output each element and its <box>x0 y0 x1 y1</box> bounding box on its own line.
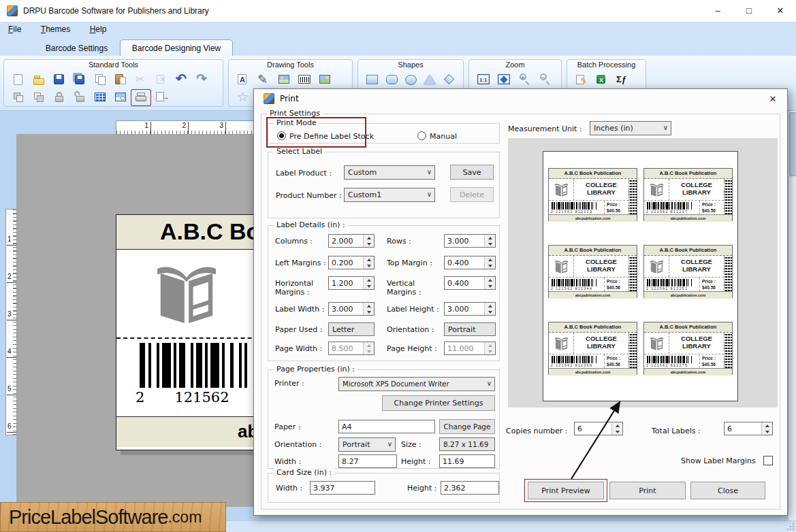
bring-to-front-button[interactable] <box>8 89 29 106</box>
manual-radio[interactable] <box>417 131 426 140</box>
print-preview-button[interactable]: Print Preview <box>528 482 604 499</box>
print-button[interactable]: Print <box>609 482 686 499</box>
copy-button[interactable] <box>90 71 110 88</box>
change-printer-settings-button[interactable]: Change Printer Settings <box>382 395 495 411</box>
columns-spinner[interactable]: 2.000 <box>328 234 375 248</box>
spinner-down-icon[interactable] <box>363 241 374 247</box>
picture-frame-button[interactable] <box>110 89 131 106</box>
vertical-margins-spinner[interactable]: 0.400 <box>444 276 496 290</box>
export-button[interactable] <box>151 89 172 106</box>
spinner-down-icon[interactable] <box>363 263 374 269</box>
star-tool-button[interactable] <box>233 89 253 106</box>
tab-barcode-settings[interactable]: Barcode Settings <box>31 41 123 53</box>
vertical-barcode-icon <box>628 333 637 368</box>
ellipse-shape-button[interactable] <box>401 71 420 88</box>
save-button[interactable] <box>49 71 69 88</box>
diamond-shape-button[interactable] <box>440 71 459 88</box>
spinner-down-icon[interactable] <box>484 309 495 315</box>
redo-button[interactable] <box>192 71 212 88</box>
card-width-input[interactable]: 3.937 <box>310 481 375 495</box>
vertical-scrollbar[interactable] <box>788 111 796 520</box>
paste-button[interactable] <box>110 71 131 88</box>
rows-spinner[interactable]: 3.000 <box>444 234 496 248</box>
page-width-input[interactable]: 8.27 <box>338 454 397 468</box>
total-labels-spinner[interactable]: 6 <box>724 422 773 435</box>
resize-grip-icon[interactable] <box>786 522 795 531</box>
rounded-rect-shape-button[interactable] <box>381 71 400 88</box>
unlock-button[interactable] <box>69 89 90 106</box>
zoom-out-icon <box>537 72 552 87</box>
picture-tool-button[interactable] <box>315 71 335 88</box>
zoom-in-button[interactable] <box>514 71 535 88</box>
barcode-tool-button[interactable] <box>294 71 315 88</box>
spinner-down-icon[interactable] <box>363 309 374 315</box>
send-to-back-button[interactable] <box>29 89 49 106</box>
spinner-down-icon[interactable] <box>484 283 495 289</box>
image-tool-button[interactable] <box>274 71 294 88</box>
save-all-button[interactable] <box>69 71 90 88</box>
undo-button[interactable] <box>172 71 192 88</box>
preview-label: A.B.C Book PublicationCOLLEGELIBRARY2 12… <box>643 168 733 221</box>
book-icon <box>549 179 574 200</box>
left-margins-spinner[interactable]: 0.200 <box>328 256 375 269</box>
ruler-number: 5 <box>7 385 12 393</box>
product-number-select[interactable]: Custom1∨ <box>344 188 435 202</box>
toolbar-group-title: Standard Tools <box>4 61 223 71</box>
close-dialog-button[interactable]: Close <box>690 482 765 499</box>
new-document-button[interactable] <box>8 71 29 88</box>
pencil-tool-button[interactable] <box>253 71 274 88</box>
preview-page: A.B.C Book PublicationCOLLEGELIBRARY2 12… <box>543 151 738 401</box>
spinner-down-icon[interactable] <box>484 263 495 269</box>
print-button[interactable] <box>131 89 151 106</box>
predefine-radio[interactable] <box>277 131 286 140</box>
spinner-down-icon[interactable] <box>611 429 622 435</box>
printer-select[interactable]: Microsoft XPS Document Writer∨ <box>338 377 495 391</box>
page-height-input[interactable]: 11.69 <box>439 454 495 468</box>
change-page-button[interactable]: Change Page <box>439 419 495 434</box>
label-product-select[interactable]: Custom∨ <box>344 165 435 180</box>
formula-sigma-button[interactable] <box>612 71 633 88</box>
top-margin-spinner[interactable]: 0.400 <box>444 256 496 269</box>
page-width-spinner: 8.500 <box>328 342 375 355</box>
open-folder-button[interactable] <box>29 71 49 88</box>
label-width-spinner[interactable]: 3.000 <box>328 302 375 316</box>
measurement-unit-select[interactable]: Inches (in)∨ <box>590 121 671 135</box>
delete-icon <box>154 72 169 87</box>
save-button[interactable]: Save <box>450 165 494 180</box>
batch-edit-button[interactable] <box>571 71 592 88</box>
triangle-shape-button[interactable] <box>420 71 439 88</box>
application-window: DRPU Barcode Software for Publishers and… <box>0 0 796 532</box>
text-tool-button[interactable] <box>233 71 253 88</box>
excel-import-button[interactable] <box>592 71 612 88</box>
menu-themes[interactable]: Themes <box>33 22 78 37</box>
copies-number-spinner[interactable]: 6 <box>574 422 623 435</box>
predefine-radio-label[interactable]: Pre Define Label Stock <box>289 132 374 141</box>
menu-file[interactable]: File <box>0 22 29 37</box>
spinner-down-icon[interactable] <box>363 283 374 289</box>
ruler-number: 1 <box>7 235 12 243</box>
barcode-icon: 2 121562 812251 <box>644 278 699 291</box>
close-button[interactable]: ✕ <box>765 0 796 22</box>
dialog-close-icon[interactable]: ✕ <box>767 93 779 105</box>
minimize-button[interactable]: – <box>702 0 733 22</box>
spinner-down-icon[interactable] <box>761 429 772 435</box>
grid-button[interactable] <box>90 89 110 106</box>
actual-size-button[interactable] <box>473 71 494 88</box>
zoom-out-button[interactable] <box>535 71 555 88</box>
orientation-select[interactable]: Portrait∨ <box>338 437 396 452</box>
square-shape-button[interactable] <box>362 71 381 88</box>
fit-page-button[interactable] <box>494 71 514 88</box>
maximize-button[interactable]: □ <box>733 0 765 22</box>
actual-size-icon <box>476 72 491 87</box>
label-height-spinner[interactable]: 3.000 <box>444 302 496 316</box>
lock-button[interactable] <box>49 89 69 106</box>
paper-input[interactable]: A4 <box>338 420 435 433</box>
card-height-input[interactable]: 2.362 <box>441 481 499 495</box>
scrollbar-thumb[interactable] <box>789 112 796 176</box>
manual-radio-label[interactable]: Manual <box>430 132 457 141</box>
spinner-down-icon[interactable] <box>484 241 495 247</box>
show-label-margins-checkbox[interactable] <box>763 456 773 465</box>
vertical-barcode-icon <box>724 256 732 291</box>
menu-help[interactable]: Help <box>82 22 115 37</box>
horizontal-margins-spinner[interactable]: 1.200 <box>328 276 375 290</box>
